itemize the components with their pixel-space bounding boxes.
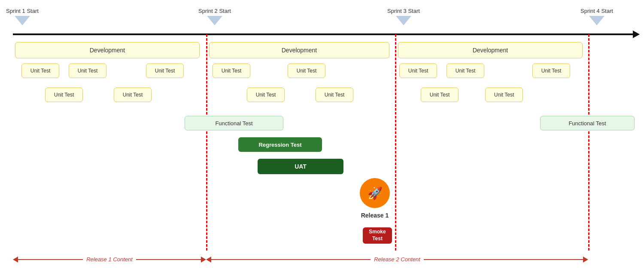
unit-test-1-5: Unit Test: [288, 63, 325, 78]
unit-test-1-3: Unit Test: [146, 63, 184, 78]
dev-box-2: Development: [209, 42, 389, 58]
smoke-test-box: SmokeTest: [363, 227, 392, 244]
unit-label-2-5: Unit Test: [430, 92, 450, 98]
diagram: Sprint 1 Start Sprint 2 Start Sprint 3 S…: [0, 0, 644, 272]
unit-label-2-2: Unit Test: [123, 92, 143, 98]
sprint-3-arrow: [396, 16, 411, 25]
unit-label-1-1: Unit Test: [30, 68, 50, 74]
unit-label-1-7: Unit Test: [456, 68, 475, 74]
func-label-2: Functional Test: [568, 120, 606, 127]
sprint-4-arrow: [589, 16, 605, 25]
sprint-1-arrow: [15, 16, 30, 25]
unit-test-2-5: Unit Test: [421, 88, 459, 102]
unit-test-2-4: Unit Test: [316, 88, 353, 102]
release-1-right-arrow: [201, 257, 206, 263]
unit-test-1-4: Unit Test: [213, 63, 250, 78]
release-2-content: Release 2 Content: [206, 256, 588, 263]
sprint-4-marker: Sprint 4 Start: [580, 8, 613, 25]
unit-label-1-8: Unit Test: [541, 68, 561, 74]
unit-test-1-2: Unit Test: [69, 63, 106, 78]
dev-label-1: Development: [90, 47, 125, 54]
sprint-3-marker: Sprint 3 Start: [387, 8, 420, 25]
release-label: Release 1: [360, 212, 390, 219]
release-2-left-arrow: [206, 257, 211, 263]
dev-box-3: Development: [398, 42, 583, 58]
unit-label-1-5: Unit Test: [297, 68, 316, 74]
timeline: [13, 33, 635, 35]
release-1-line-2: [136, 259, 201, 260]
release-1-line: [18, 259, 83, 260]
release-1-content-label: Release 1 Content: [83, 256, 136, 263]
dev-label-2: Development: [282, 47, 317, 54]
func-label-1: Functional Test: [215, 120, 252, 127]
uat-label: UAT: [295, 163, 307, 170]
unit-test-1-7: Unit Test: [447, 63, 484, 78]
sprint-1-label: Sprint 1 Start: [6, 8, 39, 14]
sprint-3-label: Sprint 3 Start: [387, 8, 420, 14]
functional-test-2: Functional Test: [540, 116, 635, 130]
unit-label-1-4: Unit Test: [222, 68, 241, 74]
release-1-content: Release 1 Content: [13, 256, 206, 263]
dev-label-3: Development: [473, 47, 508, 54]
functional-test-1: Functional Test: [185, 116, 283, 130]
unit-label-1-6: Unit Test: [408, 68, 428, 74]
release-circle: 🚀: [360, 178, 390, 208]
unit-label-1-2: Unit Test: [78, 68, 97, 74]
release-2-right-arrow: [583, 257, 588, 263]
regression-label: Regression Test: [258, 142, 301, 148]
sprint-2-arrow: [207, 16, 222, 25]
release-2-content-label: Release 2 Content: [371, 256, 424, 263]
rocket-icon: 🚀: [368, 186, 383, 200]
unit-label-1-3: Unit Test: [155, 68, 175, 74]
unit-test-1-8: Unit Test: [532, 63, 570, 78]
unit-label-2-6: Unit Test: [494, 92, 514, 98]
release-1-left-arrow: [13, 257, 18, 263]
unit-label-2-3: Unit Test: [256, 92, 276, 98]
smoke-label: SmokeTest: [369, 229, 386, 242]
release-2-line-2: [424, 259, 583, 260]
unit-label-2-4: Unit Test: [325, 92, 344, 98]
unit-test-1-1: Unit Test: [21, 63, 59, 78]
sprint-2-marker: Sprint 2 Start: [198, 8, 231, 25]
unit-test-2-3: Unit Test: [247, 88, 285, 102]
unit-test-2-1: Unit Test: [45, 88, 83, 102]
unit-test-2-6: Unit Test: [485, 88, 523, 102]
dev-box-1: Development: [15, 42, 200, 58]
regression-test-box: Regression Test: [238, 137, 322, 152]
unit-label-2-1: Unit Test: [54, 92, 74, 98]
unit-test-1-6: Unit Test: [399, 63, 437, 78]
unit-test-2-2: Unit Test: [114, 88, 152, 102]
sprint-4-label: Sprint 4 Start: [580, 8, 613, 14]
sprint-1-marker: Sprint 1 Start: [6, 8, 39, 25]
dashed-line-1: [206, 34, 207, 251]
release-text: Release 1: [361, 212, 389, 219]
release-2-line: [211, 259, 371, 260]
dashed-line-2: [395, 34, 396, 251]
sprint-2-label: Sprint 2 Start: [198, 8, 231, 14]
dashed-line-3: [588, 34, 589, 251]
uat-box: UAT: [258, 159, 343, 174]
